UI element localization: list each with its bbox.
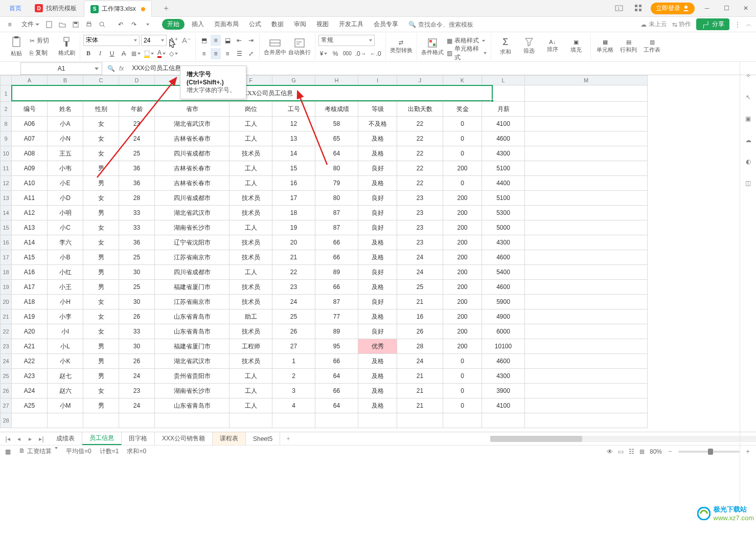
comma-button[interactable]: 000 [342,48,353,59]
cell[interactable]: 小王 [48,280,83,295]
col-header[interactable]: I [358,76,397,85]
cell[interactable]: 良好 [358,191,397,206]
cell[interactable]: 64 [315,146,358,161]
cell[interactable]: 工号 [272,102,315,117]
cell[interactable]: 男 [83,250,119,265]
cell-ops-button[interactable]: ▦单元格 [594,33,616,59]
cell[interactable]: 女 [83,235,119,250]
col-header[interactable]: K [443,76,482,85]
cell[interactable]: 江苏省南京市 [155,295,230,309]
cell[interactable]: 200 [443,265,482,280]
apps-icon[interactable] [631,2,646,15]
cell[interactable] [482,413,525,428]
italic-button[interactable]: I [95,48,105,59]
cell[interactable]: A23 [12,369,48,384]
cell[interactable] [83,413,119,428]
redo-button[interactable]: ↷ [128,19,140,30]
qat-print-icon[interactable] [83,19,95,30]
cell[interactable]: A15 [12,250,48,265]
cell[interactable]: 福建省厦门市 [155,280,230,295]
row-header[interactable]: 8 [1,117,12,131]
tab-workbook[interactable]: S 工作簿3.xlsx [84,1,152,17]
cell[interactable]: 小I [48,324,83,339]
cell[interactable]: 技术员 [230,250,272,265]
row-header[interactable]: 24 [1,354,12,369]
cell[interactable]: 23 [119,384,155,398]
cell[interactable]: 5000 [482,220,525,235]
cell[interactable] [525,384,648,398]
decimal-inc-button[interactable]: .0→ [354,48,368,59]
cell[interactable]: 男 [83,369,119,384]
cell[interactable]: 4100 [482,398,525,413]
cell[interactable]: 小M [48,398,83,413]
merge-center-button[interactable]: 合并居中 [263,34,287,60]
cell[interactable] [315,413,358,428]
cell[interactable]: 66 [315,384,358,398]
cell[interactable]: 26 [119,354,155,369]
h-scrollbar[interactable] [490,436,756,442]
cell[interactable] [525,265,648,280]
row-header[interactable]: 25 [1,369,12,384]
name-box[interactable]: A1 [20,62,102,75]
cell[interactable]: 23 [272,280,315,295]
cell[interactable]: 及格 [358,280,397,295]
cell[interactable]: 及格 [358,146,397,161]
cell[interactable]: 22 [397,131,443,146]
cell[interactable]: 小N [48,131,83,146]
cell[interactable]: 小A [48,117,83,131]
cancel-edit-icon[interactable]: 🔍 [107,65,115,72]
cell[interactable]: 2 [272,369,315,384]
cell[interactable]: 4600 [482,354,525,369]
cell[interactable]: 性别 [83,102,119,117]
percent-button[interactable]: % [330,48,340,59]
cell[interactable]: A06 [12,117,48,131]
cell[interactable]: 湖南省长沙市 [155,384,230,398]
view-break-icon[interactable]: ⊞ [639,448,645,455]
cell[interactable]: A14 [12,235,48,250]
cell[interactable]: 0 [443,131,482,146]
col-header[interactable]: G [272,76,315,85]
cell[interactable]: 岗位 [230,102,272,117]
select-all-corner[interactable] [1,76,12,85]
cell[interactable]: 湖北省武汉市 [155,206,230,220]
cell[interactable]: 30 [119,295,155,309]
col-header[interactable]: M [525,76,648,85]
cell[interactable]: 200 [443,220,482,235]
cell[interactable]: 良好 [358,265,397,280]
sheet-table[interactable]: A B C D E F G H I J K L M 1XXX公司员工信息2编号姓… [0,75,648,428]
cell[interactable]: 四川省成都市 [155,191,230,206]
cell[interactable]: 4400 [482,176,525,191]
cell[interactable]: 技术员 [230,295,272,309]
cell[interactable]: 4100 [482,117,525,131]
cell[interactable]: 18 [272,206,315,220]
cell[interactable]: 姓名 [48,102,83,117]
qat-preview-icon[interactable] [97,19,108,30]
cell[interactable]: 女 [83,131,119,146]
cell[interactable]: 64 [315,369,358,384]
cell[interactable]: 辽宁省沈阳市 [155,235,230,250]
cell[interactable]: 24 [397,354,443,369]
sheet-nav-next[interactable]: ▸ [26,435,35,442]
cell[interactable]: 湖南省长沙市 [155,220,230,235]
cell[interactable]: 小H [48,295,83,309]
command-search-input[interactable] [418,21,479,28]
cell[interactable]: 及格 [358,131,397,146]
sum-button[interactable]: Σ求和 [494,33,517,59]
cell[interactable]: 25 [272,309,315,324]
cell[interactable]: 87 [315,206,358,220]
cell[interactable]: 小李 [48,309,83,324]
rail-dock-icon[interactable]: ◫ [745,180,751,187]
cell[interactable]: 4 [272,398,315,413]
align-top-button[interactable]: ⬒ [199,35,209,46]
rail-assistant-icon[interactable]: ✧ [746,72,751,79]
clear-format-button[interactable]: ◇ [168,48,179,59]
cell[interactable] [525,117,648,131]
cell[interactable] [48,413,83,428]
cell[interactable]: 福建省厦门市 [155,339,230,354]
cell[interactable]: A07 [12,131,48,146]
cell[interactable] [525,324,648,339]
new-tab-button[interactable]: ＋ [153,1,179,16]
qat-new-icon[interactable] [43,19,55,30]
cell[interactable] [155,413,230,428]
cell[interactable]: 男 [83,176,119,191]
